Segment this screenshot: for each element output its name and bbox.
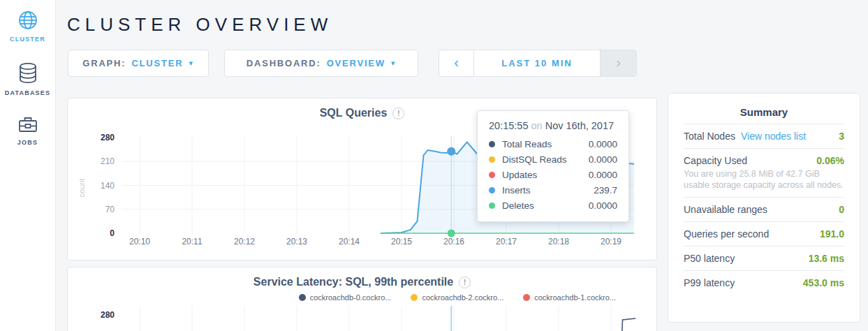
database-icon bbox=[17, 61, 39, 85]
summary-value: 0 bbox=[839, 204, 844, 215]
tooltip-row: Total Reads 0.0000 bbox=[489, 136, 617, 152]
series-dot-icon bbox=[411, 294, 418, 301]
service-latency-chart-panel: Service Latency: SQL, 99th percentile ! … bbox=[67, 267, 657, 331]
sidebar-item-jobs[interactable]: JOBS bbox=[0, 115, 56, 146]
svg-text:20:17: 20:17 bbox=[496, 237, 517, 247]
sidebar-item-label: DATABASES bbox=[5, 89, 50, 96]
series-dot-icon bbox=[489, 203, 495, 209]
info-icon[interactable]: ! bbox=[392, 108, 404, 119]
sidebar-item-cluster[interactable]: CLUSTER bbox=[0, 9, 56, 43]
legend-label: cockroachdb-0.cockro... bbox=[310, 293, 392, 302]
tooltip-row: Inserts 239.7 bbox=[489, 182, 617, 198]
svg-text:0: 0 bbox=[110, 228, 115, 238]
tooltip-series-name: DistSQL Reads bbox=[502, 154, 589, 165]
summary-value: 13.6 ms bbox=[809, 253, 844, 264]
tooltip-series-name: Updates bbox=[502, 170, 589, 180]
svg-text:20:10: 20:10 bbox=[129, 237, 150, 247]
tooltip-row: DistSQL Reads 0.0000 bbox=[489, 152, 617, 167]
svg-text:280: 280 bbox=[101, 133, 115, 142]
dashboard-dropdown[interactable]: DASHBOARD: OVERVIEW ▾ bbox=[224, 50, 418, 77]
summary-row-queries-per-second: Queries per second 191.0 bbox=[684, 221, 844, 246]
svg-text:70: 70 bbox=[105, 205, 115, 214]
controls-bar: GRAPH: CLUSTER ▾ DASHBOARD: OVERVIEW ▾ ‹… bbox=[68, 50, 637, 77]
graph-dropdown-value: CLUSTER bbox=[131, 58, 183, 68]
time-range-label: LAST 10 MIN bbox=[501, 58, 572, 68]
tooltip-series-value: 0.0000 bbox=[589, 170, 617, 180]
svg-text:210: 210 bbox=[101, 156, 115, 166]
summary-row-p50-latency: P50 latency 13.6 ms bbox=[684, 246, 844, 270]
tooltip-series-value: 0.0000 bbox=[589, 139, 617, 149]
svg-text:20:15: 20:15 bbox=[391, 237, 412, 247]
series-dot-icon bbox=[489, 172, 495, 178]
time-range-prev-button[interactable]: ‹ bbox=[439, 50, 474, 76]
globe-icon bbox=[17, 9, 39, 31]
legend-item[interactable]: cockroachdb-2.cockro... bbox=[411, 293, 503, 302]
briefcase-icon bbox=[17, 115, 38, 135]
chevron-down-icon: ▾ bbox=[189, 59, 193, 68]
chevron-right-icon: › bbox=[616, 54, 621, 71]
chart-legend: cockroachdb-0.cockro... cockroachdb-2.co… bbox=[68, 293, 656, 302]
main-content: CLUSTER OVERVIEW GRAPH: CLUSTER ▾ DASHBO… bbox=[56, 0, 868, 331]
legend-label: cockroachdb-2.cockro... bbox=[422, 293, 503, 302]
chevron-left-icon: ‹ bbox=[454, 54, 459, 71]
tooltip-series-value: 0.0000 bbox=[589, 200, 617, 211]
summary-value: 3 bbox=[839, 131, 844, 142]
chart-hover-tooltip: 20:15:55 on Nov 16th, 2017 Total Reads 0… bbox=[477, 110, 629, 222]
tooltip-timestamp: 20:15:55 on Nov 16th, 2017 bbox=[489, 120, 617, 131]
dashboard-dropdown-value: OVERVIEW bbox=[327, 58, 385, 68]
sidebar: CLUSTER DATABASES JOBS bbox=[0, 0, 56, 331]
series-dot-icon bbox=[299, 294, 306, 301]
svg-text:280: 280 bbox=[101, 310, 115, 320]
summary-label: P99 latency bbox=[684, 277, 735, 288]
tooltip-series-value: 0.0000 bbox=[589, 154, 617, 165]
tooltip-conjunction: on bbox=[531, 120, 542, 131]
svg-text:140: 140 bbox=[101, 181, 115, 191]
svg-text:20:14: 20:14 bbox=[339, 237, 360, 247]
series-dot-icon bbox=[489, 156, 495, 163]
tooltip-date: Nov 16th, 2017 bbox=[545, 120, 614, 131]
summary-row-unavailable-ranges: Unavailable ranges 0 bbox=[684, 197, 844, 221]
graph-dropdown-label: GRAPH: bbox=[82, 58, 126, 68]
time-range-next-button-disabled[interactable]: › bbox=[600, 50, 636, 76]
legend-label: cockroachdb-1.cockro... bbox=[534, 293, 616, 302]
tooltip-row: Updates 0.0000 bbox=[489, 167, 617, 182]
svg-text:count: count bbox=[78, 179, 86, 198]
chart-title: Service Latency: SQL, 99th percentile bbox=[253, 276, 453, 288]
series-dot-icon bbox=[489, 187, 495, 193]
service-latency-plot[interactable]: 280 bbox=[68, 306, 658, 331]
summary-row-total-nodes: Total Nodes View nodes list 3 bbox=[684, 124, 844, 148]
sidebar-item-databases[interactable]: DATABASES bbox=[0, 61, 56, 96]
info-icon[interactable]: ! bbox=[459, 277, 471, 288]
time-range-label-button[interactable]: LAST 10 MIN bbox=[474, 50, 600, 76]
legend-item[interactable]: cockroachdb-0.cockro... bbox=[299, 293, 392, 302]
chart-title: SQL Queries bbox=[320, 107, 388, 119]
summary-value: 453.0 ms bbox=[803, 277, 844, 288]
summary-label: Total Nodes bbox=[684, 131, 735, 142]
view-nodes-list-link[interactable]: View nodes list bbox=[741, 131, 806, 142]
summary-label: Unavailable ranges bbox=[684, 204, 767, 215]
tooltip-series-name: Inserts bbox=[502, 185, 594, 196]
svg-text:20:13: 20:13 bbox=[286, 237, 307, 247]
graph-dropdown[interactable]: GRAPH: CLUSTER ▾ bbox=[68, 50, 209, 77]
svg-text:20:19: 20:19 bbox=[601, 237, 621, 247]
page-title: CLUSTER OVERVIEW bbox=[67, 14, 332, 36]
tooltip-series-value: 239.7 bbox=[594, 185, 617, 196]
legend-item[interactable]: cockroachdb-1.cockro... bbox=[523, 293, 616, 302]
summary-panel: Summary Total Nodes View nodes list 3 Ca… bbox=[668, 93, 860, 323]
svg-text:20:11: 20:11 bbox=[182, 237, 202, 247]
tooltip-time: 20:15:55 bbox=[489, 120, 528, 131]
dashboard-dropdown-label: DASHBOARD: bbox=[247, 58, 321, 68]
sidebar-item-label: CLUSTER bbox=[10, 36, 45, 43]
summary-row-p99-latency: P99 latency 453.0 ms bbox=[684, 270, 844, 295]
tooltip-series-name: Total Reads bbox=[502, 139, 589, 149]
tooltip-series-name: Deletes bbox=[502, 200, 589, 211]
series-dot-icon bbox=[489, 141, 495, 147]
sql-queries-chart-panel: SQL Queries ! 20:1020:1120:1220:1320:142… bbox=[67, 98, 657, 260]
summary-label: Capacity Used bbox=[684, 155, 747, 166]
tooltip-row: Deletes 0.0000 bbox=[489, 198, 617, 213]
svg-text:20:12: 20:12 bbox=[234, 237, 255, 247]
time-range-selector: ‹ LAST 10 MIN › bbox=[439, 50, 637, 77]
sidebar-item-label: JOBS bbox=[17, 139, 38, 146]
summary-label: Queries per second bbox=[684, 228, 769, 240]
series-dot-icon bbox=[523, 294, 530, 301]
